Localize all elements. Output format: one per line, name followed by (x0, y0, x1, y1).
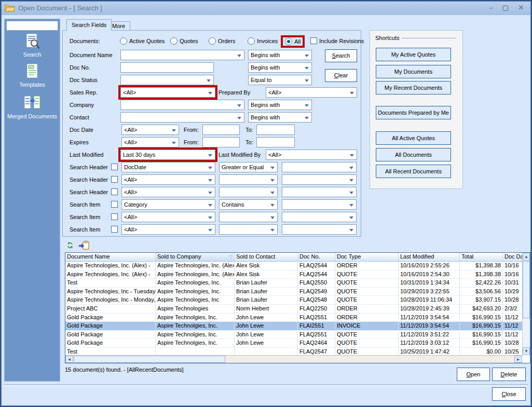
chevron-down-icon[interactable] (208, 179, 212, 182)
last-modified-combo[interactable]: Last 30 days (120, 150, 215, 160)
radio-icon[interactable] (120, 37, 127, 45)
contact-match-combo[interactable]: Begins with (248, 112, 312, 123)
search-item-field-combo[interactable]: <All> (121, 224, 215, 235)
table-row[interactable]: TestAspire Technologies, Inc.Brian Laufe… (65, 279, 522, 288)
search-header-value-combo[interactable] (282, 174, 357, 185)
search-button[interactable]: Search (325, 49, 357, 62)
radio-icon-selected[interactable] (285, 38, 292, 45)
chevron-down-icon[interactable] (207, 79, 211, 82)
expires-from-input[interactable] (202, 137, 240, 147)
column-header-sold-to-company[interactable]: Sold to Company▽ (156, 253, 235, 262)
search-header-value-combo[interactable] (282, 187, 357, 197)
sales-rep-combo[interactable]: <All> (120, 87, 215, 98)
chevron-down-icon[interactable] (237, 55, 241, 57)
vertical-scroll-thumb[interactable] (523, 261, 530, 318)
chevron-down-icon[interactable] (349, 216, 353, 219)
scroll-left-button[interactable]: ◄ (65, 356, 73, 363)
search-item-match-combo[interactable] (219, 212, 278, 222)
open-button[interactable]: Open (457, 368, 490, 381)
radio-icon[interactable] (248, 37, 255, 45)
radio-icon[interactable] (209, 37, 216, 45)
doc-no-match-combo[interactable]: Begins with (248, 62, 312, 73)
maximize-button[interactable]: ▢ (499, 3, 512, 13)
chevron-down-icon[interactable] (208, 204, 212, 207)
table-row[interactable]: Gold PackageAspire Technolgies, Inc.John… (65, 339, 522, 348)
sidebar-item-merged-documents[interactable]: Merged Documents (5, 94, 60, 119)
column-header-total[interactable]: Total (460, 253, 503, 262)
search-header-field-combo[interactable]: DocDate (121, 162, 215, 172)
title-bar[interactable]: Open Document - [ Search ] – ▢ ✕ (1, 1, 531, 15)
radio-quotes[interactable]: Quotes (170, 37, 198, 45)
expires-combo[interactable]: <All> (121, 137, 179, 147)
table-row[interactable]: Gold PackageAspire Technolgies, Inc.John… (65, 322, 522, 331)
table-row[interactable]: Aspire Technologies, Inc - Monday,Aspire… (65, 296, 522, 305)
chevron-down-icon[interactable] (350, 92, 354, 94)
search-header-field-combo[interactable]: <All> (121, 187, 215, 197)
table-row[interactable]: Aspire Technologies, Inc - Tuesday,Aspir… (65, 288, 522, 296)
chevron-down-icon[interactable] (208, 216, 212, 219)
my-documents-button[interactable]: My Documents (376, 65, 451, 78)
chevron-down-icon[interactable] (208, 154, 212, 157)
search-header-field-combo[interactable]: <All> (121, 174, 215, 185)
chevron-down-icon[interactable] (208, 192, 212, 194)
search-item-checkbox[interactable] (111, 201, 118, 208)
chevron-down-icon[interactable] (349, 229, 353, 232)
table-row[interactable]: Gold PackageAspire Technolgies, Inc.John… (65, 331, 522, 340)
prepared-by-combo[interactable]: <All> (266, 87, 357, 98)
chevron-down-icon[interactable] (349, 179, 353, 182)
table-row[interactable]: Project ABCAspire TechnologiesNorm Heber… (65, 305, 522, 314)
search-item-match-combo[interactable] (219, 224, 278, 235)
column-header-doc-type[interactable]: Doc Type (335, 253, 399, 262)
expires-to-input[interactable] (256, 137, 295, 147)
radio-invoices[interactable]: Invoices (248, 37, 278, 45)
company-combo[interactable] (120, 100, 244, 110)
sidebar-item-templates[interactable]: Templates (5, 63, 60, 88)
column-header-doc-date[interactable]: Doc Date (503, 253, 523, 262)
document-name-match-combo[interactable]: Begins with (248, 50, 312, 60)
minimize-button[interactable]: – (485, 3, 497, 13)
close-window-button[interactable]: ✕ (515, 3, 527, 13)
close-button[interactable]: Close (492, 387, 526, 401)
all-active-quotes-button[interactable]: All Active Quotes (376, 131, 451, 145)
chevron-down-icon[interactable] (349, 204, 353, 207)
copy-to-clipboard-icon[interactable] (79, 240, 89, 251)
radio-icon[interactable] (170, 37, 178, 45)
search-header-match-combo[interactable] (219, 187, 278, 197)
column-header-document-name[interactable]: Document Name (65, 253, 156, 262)
chevron-down-icon[interactable] (270, 167, 275, 169)
doc-date-from-input[interactable] (202, 125, 240, 135)
all-documents-button[interactable]: All Documents (376, 148, 451, 161)
company-match-combo[interactable]: Begins with (248, 100, 312, 110)
search-header-checkbox[interactable] (111, 164, 118, 170)
doc-status-combo[interactable] (120, 75, 214, 85)
chevron-down-icon[interactable] (349, 167, 353, 169)
doc-date-to-input[interactable] (256, 125, 295, 135)
chevron-down-icon[interactable] (270, 192, 275, 194)
include-revisions-checkbox[interactable]: Include Revisions (310, 37, 364, 44)
table-row[interactable]: Aspire Technologies, Inc. (Alex) -Aspire… (65, 262, 522, 270)
search-item-value-combo[interactable] (282, 224, 357, 235)
chevron-down-icon[interactable] (305, 55, 309, 57)
chevron-down-icon[interactable] (208, 167, 212, 169)
all-recent-documents-button[interactable]: All Recent Documents (376, 165, 451, 178)
search-item-value-combo[interactable] (282, 199, 357, 210)
search-header-match-combo[interactable]: Greater or Equal (219, 162, 278, 172)
radio-active-quotes[interactable]: Active Quotes (120, 37, 165, 45)
document-name-combo[interactable] (120, 50, 244, 60)
my-recent-documents-button[interactable]: My Recent Documents (376, 81, 451, 94)
chevron-down-icon[interactable] (172, 129, 176, 132)
scroll-up-button[interactable]: ▲ (523, 253, 530, 261)
my-active-quotes-button[interactable]: My Active Quotes (376, 48, 451, 61)
search-item-checkbox[interactable] (111, 226, 118, 233)
chevron-down-icon[interactable] (270, 229, 275, 232)
delete-button[interactable]: Delete (492, 368, 526, 381)
tab-search-fields[interactable]: Search Fields (66, 19, 112, 31)
chevron-down-icon[interactable] (270, 204, 275, 207)
table-row[interactable]: TestFLAQ2547QUOTE10/25/2019 1:47:42$0.00… (65, 348, 522, 355)
chevron-down-icon[interactable] (349, 192, 353, 194)
chevron-down-icon[interactable] (270, 216, 275, 219)
chevron-down-icon[interactable] (208, 229, 212, 232)
column-header-sold-to-contact[interactable]: Sold to Contact (235, 253, 298, 262)
search-header-checkbox[interactable] (111, 176, 118, 183)
scroll-right-button[interactable]: ► (514, 356, 522, 363)
